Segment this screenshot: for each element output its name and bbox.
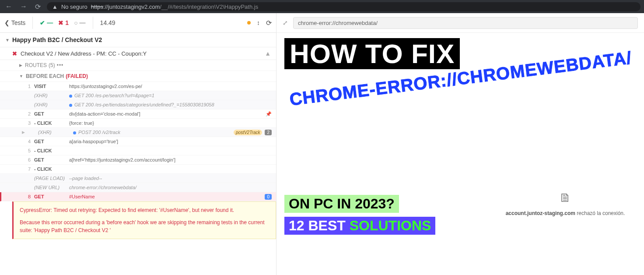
connection-refused-block: 🗎 account.juntoz-staging.com rechazó la …: [504, 190, 626, 216]
overlay-solutions: 12 BEST SOLUTIONS: [284, 217, 435, 235]
cmd-get[interactable]: 4GETa[aria-haspopup='true']: [0, 137, 276, 146]
caret-down-icon: ▼: [19, 74, 23, 78]
cmd-get[interactable]: 6GETa[href='https://juntozstagingv2.com/…: [0, 155, 276, 165]
next-prev-icon[interactable]: ↕: [257, 19, 260, 26]
runner-duration: 14.49: [100, 19, 116, 26]
caret-down-icon: ▼: [5, 38, 10, 42]
cmd-click[interactable]: 3- CLICK{force: true}: [0, 119, 276, 128]
alias-badge: postV2Track: [234, 130, 262, 135]
test-title: Checkout V2 / New Address - PM: CC - Cou…: [21, 50, 147, 57]
routes-label: ROUTES: [25, 62, 47, 68]
refused-text: rechazó la conexión.: [575, 210, 625, 216]
hook-row[interactable]: ▼ BEFORE EACH (FAILED): [0, 71, 276, 82]
routes-count: (5): [49, 62, 55, 68]
routes-row[interactable]: ▶ ROUTES (5) •••: [0, 60, 276, 71]
preview-toolbar: ⤢ chrome-error://chromewebdata/: [276, 13, 644, 33]
runner-toolbar: ❮ Tests ✔ — ✖ 1 ○ — 14.49 ↕ ⟳: [0, 13, 276, 33]
suite-title: Happy Path B2C / Checkout V2: [12, 36, 102, 43]
rerun-button[interactable]: ⟳: [266, 19, 272, 27]
overlay-question: ON PC IN 2023?: [284, 195, 399, 213]
count-badge: 2: [265, 130, 272, 135]
back-to-tests[interactable]: ❮ Tests: [4, 19, 25, 26]
cmd-get-error[interactable]: 8GET#UserName0: [0, 192, 276, 201]
selector-playground-icon[interactable]: ⤢: [283, 19, 288, 26]
error-message-box: CypressError: Timed out retrying: Expect…: [12, 201, 276, 239]
forward-button[interactable]: →: [18, 3, 29, 11]
stat-passed: ✔ —: [40, 19, 53, 26]
caret-right-icon: ▶: [19, 63, 22, 67]
command-log: 1VISIThttps://juntozstagingv2.com/es-pe/…: [0, 82, 276, 201]
hook-label: BEFORE EACH: [26, 73, 64, 79]
insecure-icon: ▲: [52, 4, 58, 10]
cmd-click[interactable]: 5- CLICK: [0, 146, 276, 155]
stat-failed: ✖ 1: [58, 19, 69, 26]
reload-button[interactable]: ⟳: [33, 3, 42, 11]
url-text: https://juntozstagingv2.com/__/#/tests/i…: [91, 4, 258, 10]
error-line-2: Because this error occurred during a 'be…: [20, 219, 270, 234]
status-dot-icon: [247, 21, 251, 25]
cmd-xhr[interactable]: (XHR)GET 200 /es-pe/tiendas/categories/u…: [0, 100, 276, 109]
hook-status: (FAILED): [66, 73, 88, 79]
cmd-xhr[interactable]: ▶(XHR)POST 200 /v2/trackpostV2Track2: [0, 128, 276, 137]
ellipsis-icon: •••: [57, 62, 64, 68]
cmd-visit[interactable]: 1VISIThttps://juntozstagingv2.com/es-pe/: [0, 82, 276, 91]
count-badge: 0: [265, 194, 272, 200]
pin-icon: 📌: [266, 111, 272, 117]
cmd-click[interactable]: 7- CLICK: [0, 165, 276, 174]
preview-content: HOW TO FIX CHROME-ERROR://CHROMEWEBDATA/…: [276, 33, 644, 275]
test-row[interactable]: ✖ Checkout V2 / New Address - PM: CC - C…: [0, 47, 276, 60]
overlay-title: HOW TO FIX: [284, 38, 460, 69]
refused-domain: account.juntoz-staging.com: [506, 210, 575, 216]
sad-page-icon: 🗎: [504, 190, 626, 205]
insecure-label: No seguro: [61, 4, 88, 10]
preview-url-bar[interactable]: chrome-error://chromewebdata/: [293, 17, 638, 29]
address-bar[interactable]: ▲ No seguro https://juntozstagingv2.com/…: [47, 2, 640, 11]
app-preview-pane: ⤢ chrome-error://chromewebdata/ HOW TO F…: [276, 13, 644, 275]
cmd-pageload[interactable]: (PAGE LOAD)--page loaded--: [0, 174, 276, 183]
cypress-runner-pane: ❮ Tests ✔ — ✖ 1 ○ — 14.49 ↕ ⟳ ▼ Happy Pa…: [0, 13, 276, 275]
error-line-1: CypressError: Timed out retrying: Expect…: [20, 206, 270, 214]
suite-header[interactable]: ▼ Happy Path B2C / Checkout V2: [0, 33, 276, 47]
caret-right-icon: ▶: [22, 130, 25, 134]
back-button[interactable]: ←: [4, 3, 14, 11]
cmd-xhr[interactable]: (XHR)GET 200 /es-pe/search?url=&page=1: [0, 91, 276, 100]
warning-icon: ▲: [265, 50, 271, 57]
cmd-newurl[interactable]: (NEW URL)chrome-error://chromewebdata/: [0, 183, 276, 192]
browser-chrome-bar: ← → ⟳ ▲ No seguro https://juntozstagingv…: [0, 0, 644, 13]
cmd-get[interactable]: 2GETdiv[data-action='close-mc-modal']📌: [0, 109, 276, 119]
stat-pending: ○ —: [74, 19, 85, 26]
fail-icon: ✖: [12, 50, 17, 57]
